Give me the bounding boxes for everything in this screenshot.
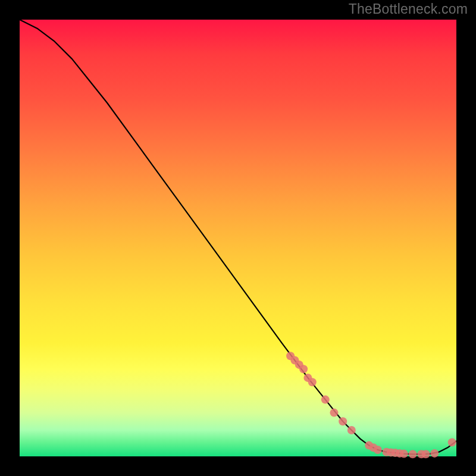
highlight-points-group <box>286 352 456 458</box>
highlight-point <box>448 439 456 447</box>
highlight-point <box>409 450 417 458</box>
highlight-point <box>374 446 382 454</box>
chart-svg <box>20 20 456 456</box>
attribution-label: TheBottleneck.com <box>349 1 468 17</box>
highlight-point <box>430 449 439 458</box>
highlight-point <box>347 426 356 434</box>
highlight-point <box>400 450 408 458</box>
highlight-point <box>299 365 308 373</box>
highlight-point <box>330 409 339 417</box>
highlight-point <box>422 450 430 458</box>
chart-plot-area <box>20 20 456 456</box>
highlight-point <box>339 417 347 425</box>
highlight-point <box>321 396 330 404</box>
highlight-point <box>308 378 317 386</box>
bottleneck-curve-line <box>20 20 456 454</box>
